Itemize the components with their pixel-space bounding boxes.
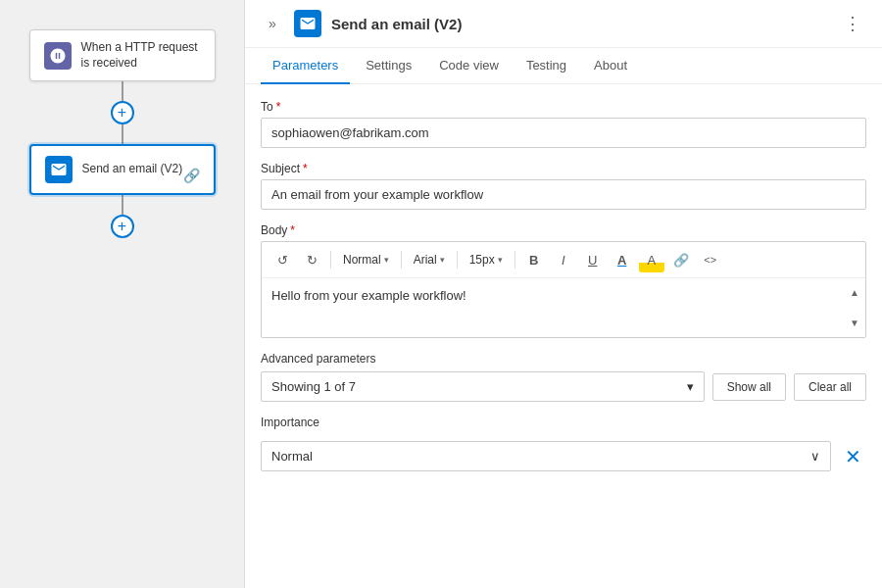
advanced-label: Advanced parameters: [261, 352, 866, 366]
format-chevron: ▾: [384, 255, 389, 265]
importance-row: Normal ∨ ✕: [261, 441, 866, 471]
send-email-node[interactable]: Send an email (V2) 🔗: [29, 144, 216, 195]
clear-all-btn[interactable]: Clear all: [794, 373, 866, 401]
tab-code-view[interactable]: Code view: [427, 48, 511, 84]
add-between-btn[interactable]: +: [111, 101, 134, 124]
tab-parameters[interactable]: Parameters: [261, 48, 350, 84]
rich-editor: ↺ ↻ Normal ▾ Arial ▾ 15px ▾: [261, 241, 866, 338]
connector-1: [122, 81, 123, 101]
scroll-up-arrow[interactable]: ▲: [850, 287, 859, 298]
tab-settings[interactable]: Settings: [354, 48, 423, 84]
tabs-bar: Parameters Settings Code view Testing Ab…: [245, 48, 882, 84]
importance-chevron: ∨: [810, 449, 820, 464]
subject-required: *: [303, 162, 308, 175]
advanced-dropdown-row: Showing 1 of 7 ▾ Show all Clear all: [261, 371, 866, 402]
toolbar-sep-2: [401, 251, 402, 269]
workflow-canvas: When a HTTP requestis received + Send an…: [0, 0, 245, 588]
advanced-section: Advanced parameters Showing 1 of 7 ▾ Sho…: [261, 352, 866, 471]
advanced-chevron: ▾: [687, 379, 694, 394]
importance-select[interactable]: Normal ∨: [261, 441, 831, 471]
body-label: Body *: [261, 223, 866, 237]
format-dropdown[interactable]: Normal ▾: [337, 250, 395, 270]
connector-2: [122, 124, 123, 144]
panel-title-icon: [294, 10, 321, 37]
redo-btn[interactable]: ↻: [299, 247, 324, 272]
add-after-btn[interactable]: +: [111, 215, 134, 238]
highlight-btn[interactable]: A: [639, 247, 664, 272]
subject-field-group: Subject *: [261, 162, 866, 210]
http-trigger-node[interactable]: When a HTTP requestis received: [29, 29, 216, 81]
form-content: To * Subject * Body * ↺ ↻: [245, 84, 882, 588]
font-dropdown[interactable]: Arial ▾: [408, 250, 451, 270]
connector-3: [122, 195, 123, 215]
link-btn[interactable]: 🔗: [668, 247, 694, 272]
underline-btn[interactable]: U: [580, 247, 606, 272]
send-email-label: Send an email (V2): [82, 162, 183, 177]
tab-about[interactable]: About: [582, 48, 639, 84]
panel-title: Send an email (V2): [331, 16, 829, 32]
tab-testing[interactable]: Testing: [514, 48, 578, 84]
show-all-btn[interactable]: Show all: [712, 373, 786, 401]
body-field-group: Body * ↺ ↻ Normal ▾ Arial ▾: [261, 223, 866, 338]
showing-text: Showing 1 of 7: [271, 379, 356, 394]
to-input[interactable]: [261, 118, 866, 148]
to-required: *: [276, 100, 281, 114]
to-field-group: To *: [261, 100, 866, 148]
body-content[interactable]: Hello from your example workflow!: [262, 278, 846, 337]
right-panel: » Send an email (V2) ⋮ Parameters Settin…: [245, 0, 882, 588]
font-chevron: ▾: [440, 255, 445, 265]
rich-toolbar: ↺ ↻ Normal ▾ Arial ▾ 15px ▾: [262, 242, 865, 278]
subject-input[interactable]: [261, 179, 866, 210]
importance-value: Normal: [271, 449, 313, 464]
importance-group: Importance Normal ∨ ✕: [261, 416, 866, 471]
to-label: To *: [261, 100, 866, 114]
panel-header: » Send an email (V2) ⋮: [245, 0, 882, 48]
format-label: Normal: [343, 253, 381, 267]
size-chevron: ▾: [498, 255, 503, 265]
scroll-arrows: ▲ ▼: [850, 287, 859, 328]
size-label: 15px: [469, 253, 495, 267]
importance-label: Importance: [261, 416, 866, 429]
undo-btn[interactable]: ↺: [270, 247, 295, 272]
body-required: *: [290, 223, 295, 237]
scroll-down-arrow[interactable]: ▼: [850, 318, 859, 328]
chain-icon: 🔗: [183, 168, 200, 183]
more-options-btn[interactable]: ⋮: [839, 10, 866, 37]
toolbar-sep-4: [514, 251, 515, 269]
http-icon: [44, 42, 72, 70]
delete-importance-btn[interactable]: ✕: [839, 443, 866, 470]
collapse-btn[interactable]: »: [261, 12, 284, 35]
toolbar-sep-3: [457, 251, 458, 269]
font-color-btn[interactable]: A: [610, 247, 635, 272]
subject-label: Subject *: [261, 162, 866, 175]
font-label: Arial: [414, 253, 437, 267]
email-icon: [45, 156, 73, 183]
bold-btn[interactable]: B: [521, 247, 547, 272]
advanced-select[interactable]: Showing 1 of 7 ▾: [261, 371, 705, 402]
size-dropdown[interactable]: 15px ▾: [464, 250, 509, 270]
code-btn[interactable]: <>: [698, 247, 723, 272]
italic-btn[interactable]: I: [551, 247, 576, 272]
http-trigger-label: When a HTTP requestis received: [81, 40, 198, 71]
toolbar-sep-1: [330, 251, 331, 269]
